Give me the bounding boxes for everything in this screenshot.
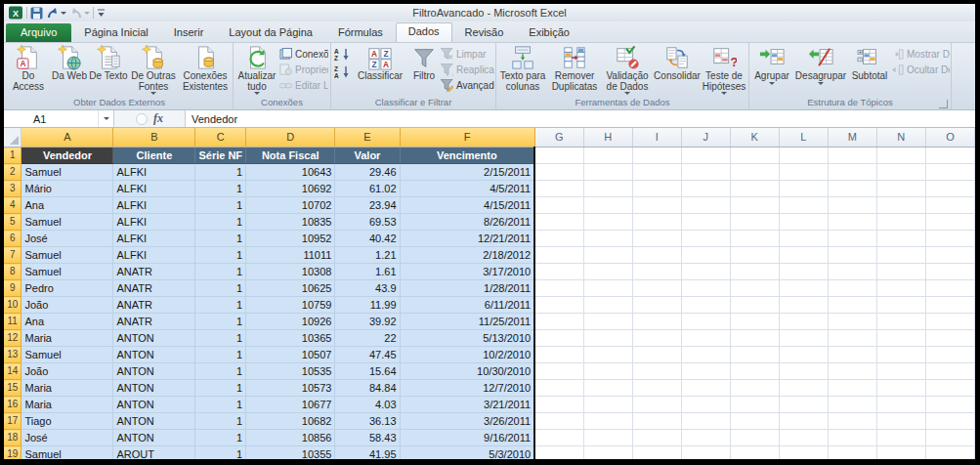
- cell-F17[interactable]: 3/26/2011: [400, 413, 534, 430]
- subtotal-button[interactable]: +- Subtotal: [848, 44, 891, 82]
- cell-G17[interactable]: [534, 413, 583, 430]
- cell-A4[interactable]: Ana: [21, 197, 113, 214]
- cell-G11[interactable]: [534, 314, 583, 330]
- cell-J3[interactable]: [681, 181, 730, 197]
- cell-A10[interactable]: João: [21, 297, 113, 314]
- tab-formulas[interactable]: Fórmulas: [325, 23, 396, 42]
- cell-O17[interactable]: [925, 413, 974, 430]
- cell-I4[interactable]: [632, 197, 681, 214]
- cell-A11[interactable]: Ana: [21, 314, 113, 330]
- cell-B16[interactable]: ANTON: [113, 397, 195, 413]
- cell-E3[interactable]: 61.02: [335, 181, 400, 197]
- cell-K11[interactable]: [730, 314, 779, 330]
- cell-K14[interactable]: [730, 363, 779, 380]
- column-header-J[interactable]: J: [681, 128, 730, 148]
- cell-O4[interactable]: [925, 197, 974, 214]
- cell-J7[interactable]: [681, 247, 730, 264]
- cell-O6[interactable]: [925, 231, 974, 247]
- cell-H16[interactable]: [583, 397, 632, 413]
- column-header-H[interactable]: H: [583, 128, 632, 148]
- row-header-3[interactable]: 3: [4, 181, 21, 197]
- cell-D1[interactable]: Nota Fiscal: [246, 148, 335, 164]
- row-header-11[interactable]: 11: [4, 314, 21, 330]
- conexoes-existentes-button[interactable]: Conexões Existentes: [179, 44, 232, 92]
- cell-F12[interactable]: 5/13/2010: [400, 330, 534, 347]
- cell-A3[interactable]: Mário: [21, 181, 113, 197]
- cell-I2[interactable]: [632, 164, 681, 181]
- cell-N16[interactable]: [876, 397, 925, 413]
- cell-N18[interactable]: [876, 430, 925, 446]
- tab-arquivo[interactable]: Arquivo: [6, 23, 71, 42]
- cell-O18[interactable]: [925, 430, 974, 446]
- cell-M5[interactable]: [828, 214, 876, 231]
- cell-N13[interactable]: [876, 347, 925, 363]
- cell-M11[interactable]: [828, 314, 876, 330]
- cell-G1[interactable]: [534, 148, 583, 164]
- conexoes-button[interactable]: Conexões: [279, 47, 328, 61]
- column-header-O[interactable]: O: [925, 128, 974, 148]
- cell-L13[interactable]: [779, 347, 828, 363]
- cell-C3[interactable]: 1: [195, 181, 246, 197]
- cell-E2[interactable]: 29.46: [335, 164, 400, 181]
- cell-A6[interactable]: José: [21, 231, 113, 247]
- cell-N15[interactable]: [876, 380, 925, 397]
- fx-icon[interactable]: fx: [153, 111, 163, 126]
- cell-B5[interactable]: ALFKI: [113, 214, 195, 231]
- row-header-12[interactable]: 12: [4, 330, 21, 347]
- cell-K8[interactable]: [730, 264, 779, 280]
- cell-J12[interactable]: [681, 330, 730, 347]
- cell-J2[interactable]: [681, 164, 730, 181]
- cell-M16[interactable]: [828, 397, 876, 413]
- cell-E18[interactable]: 58.43: [335, 430, 400, 446]
- tab-layout-da-pagina[interactable]: Layout da Página: [216, 23, 325, 42]
- cell-J17[interactable]: [681, 413, 730, 430]
- cell-B17[interactable]: ANTON: [113, 413, 195, 430]
- cell-J4[interactable]: [681, 197, 730, 214]
- cell-A18[interactable]: José: [21, 430, 113, 446]
- cell-K13[interactable]: [730, 347, 779, 363]
- cell-B6[interactable]: ALFKI: [113, 231, 195, 247]
- cell-G15[interactable]: [534, 380, 583, 397]
- cell-D12[interactable]: 10365: [246, 330, 335, 347]
- cell-J8[interactable]: [681, 264, 730, 280]
- cell-D13[interactable]: 10507: [246, 347, 335, 363]
- ocultar-detalhe-button[interactable]: Ocultar Detalhe: [891, 63, 950, 76]
- cell-H6[interactable]: [583, 231, 632, 247]
- cell-G8[interactable]: [534, 264, 583, 280]
- teste-de-hipoteses-button[interactable]: ? Teste de Hipóteses: [701, 44, 747, 95]
- limpar-button[interactable]: Limpar: [441, 47, 494, 61]
- cell-H17[interactable]: [583, 413, 632, 430]
- cell-I1[interactable]: [632, 148, 681, 164]
- cell-O7[interactable]: [925, 247, 974, 264]
- cell-K4[interactable]: [730, 197, 779, 214]
- row-header-4[interactable]: 4: [4, 197, 21, 214]
- cell-H1[interactable]: [583, 148, 632, 164]
- cell-L5[interactable]: [779, 214, 828, 231]
- row-header-2[interactable]: 2: [4, 164, 21, 181]
- cell-L3[interactable]: [779, 181, 828, 197]
- cell-M9[interactable]: [828, 280, 876, 297]
- cell-H13[interactable]: [583, 347, 632, 363]
- cell-I10[interactable]: [632, 297, 681, 314]
- cell-O5[interactable]: [925, 214, 974, 231]
- cell-B2[interactable]: ALFKI: [113, 164, 195, 181]
- cell-C11[interactable]: 1: [195, 314, 246, 330]
- cell-B12[interactable]: ANTON: [113, 330, 195, 347]
- undo-button[interactable]: [46, 7, 66, 20]
- cell-F4[interactable]: 4/15/2011: [400, 197, 534, 214]
- cell-F6[interactable]: 12/21/2011: [400, 231, 534, 247]
- cell-I11[interactable]: [632, 314, 681, 330]
- redo-button[interactable]: [69, 7, 90, 20]
- cell-I18[interactable]: [632, 430, 681, 446]
- cell-B8[interactable]: ANATR: [113, 264, 195, 280]
- cell-F9[interactable]: 1/28/2011: [400, 280, 534, 297]
- do-access-button[interactable]: A Do Access: [7, 44, 50, 92]
- cell-N10[interactable]: [876, 297, 925, 314]
- cell-M6[interactable]: [828, 231, 876, 247]
- cell-A7[interactable]: Samuel: [21, 247, 113, 264]
- cell-M1[interactable]: [828, 148, 876, 164]
- cell-D8[interactable]: 10308: [246, 264, 335, 280]
- cell-H11[interactable]: [583, 314, 632, 330]
- cell-B1[interactable]: Cliente: [113, 148, 195, 164]
- cell-H10[interactable]: [583, 297, 632, 314]
